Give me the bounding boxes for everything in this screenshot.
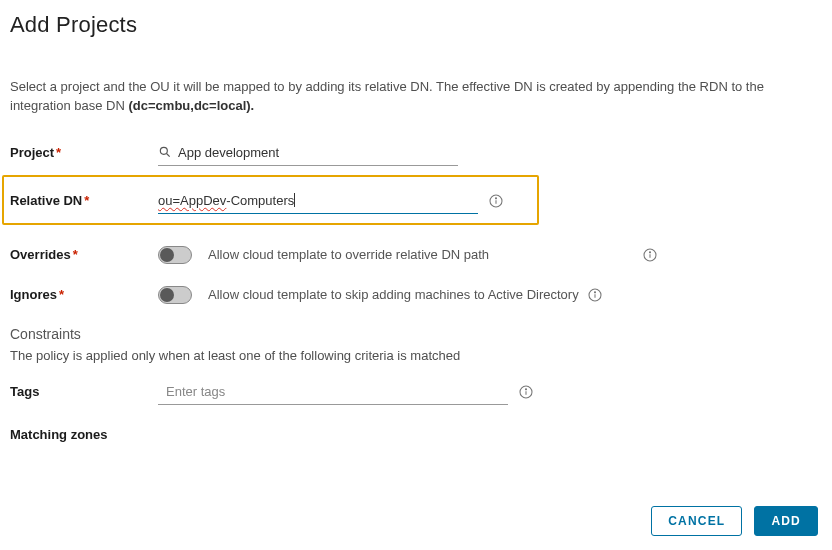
required-mark: * <box>84 193 89 208</box>
relative-dn-field-wrap: ou=AppDev-Computers <box>158 188 504 214</box>
ignores-toggle-label: Allow cloud template to skip adding mach… <box>208 287 579 302</box>
matching-zones-row: Matching zones <box>10 427 822 442</box>
svg-point-7 <box>649 251 650 252</box>
constraints-description: The policy is applied only when at least… <box>10 348 822 363</box>
svg-point-4 <box>495 197 496 198</box>
project-row: Project* <box>10 140 822 166</box>
ignores-row: Ignores* Allow cloud template to skip ad… <box>10 286 822 304</box>
project-input[interactable] <box>178 143 458 162</box>
overrides-label: Overrides* <box>10 247 158 262</box>
relative-dn-input-wrap[interactable]: ou=AppDev-Computers <box>158 188 478 214</box>
svg-line-1 <box>167 154 170 157</box>
relative-dn-text[interactable]: ou=AppDev-Computers <box>158 193 295 208</box>
overrides-toggle-label: Allow cloud template to override relativ… <box>208 247 489 262</box>
svg-point-13 <box>525 388 526 389</box>
tags-label: Tags <box>10 384 158 399</box>
required-mark: * <box>59 287 64 302</box>
svg-point-0 <box>160 148 167 155</box>
overrides-field-wrap: Allow cloud template to override relativ… <box>158 246 658 264</box>
tags-input[interactable] <box>158 382 508 401</box>
project-input-wrap[interactable] <box>158 140 458 166</box>
svg-point-10 <box>594 291 595 292</box>
matching-zones-label: Matching zones <box>10 427 158 442</box>
tags-row: Tags <box>10 379 822 405</box>
tags-field-wrap <box>158 379 534 405</box>
ignores-field-wrap: Allow cloud template to skip adding mach… <box>158 286 658 304</box>
required-mark: * <box>73 247 78 262</box>
text-cursor <box>294 193 295 207</box>
description-bold: (dc=cmbu,dc=local). <box>129 98 255 113</box>
constraints-heading: Constraints <box>10 326 822 342</box>
ignores-label: Ignores* <box>10 287 158 302</box>
relative-dn-squiggled: ou=AppDev <box>158 193 226 208</box>
info-icon[interactable] <box>587 287 603 303</box>
relative-dn-label: Relative DN* <box>10 193 158 208</box>
relative-dn-row: Relative DN* ou=AppDev-Computers <box>10 188 822 214</box>
project-field-wrap <box>158 140 458 166</box>
info-icon[interactable] <box>642 247 658 263</box>
cancel-button[interactable]: CANCEL <box>651 506 742 536</box>
add-button[interactable]: ADD <box>754 506 818 536</box>
page-title: Add Projects <box>10 12 822 38</box>
ignores-toggle[interactable] <box>158 286 192 304</box>
description-pre: Select a project and the OU it will be m… <box>10 79 764 113</box>
overrides-toggle[interactable] <box>158 246 192 264</box>
required-mark: * <box>56 145 61 160</box>
button-row: CANCEL ADD <box>651 506 818 536</box>
search-icon <box>158 145 172 159</box>
tags-input-wrap[interactable] <box>158 379 508 405</box>
description-text: Select a project and the OU it will be m… <box>10 78 822 116</box>
project-label: Project* <box>10 145 158 160</box>
relative-dn-rest: -Computers <box>226 193 294 208</box>
overrides-row: Overrides* Allow cloud template to overr… <box>10 246 822 264</box>
info-icon[interactable] <box>518 384 534 400</box>
info-icon[interactable] <box>488 193 504 209</box>
